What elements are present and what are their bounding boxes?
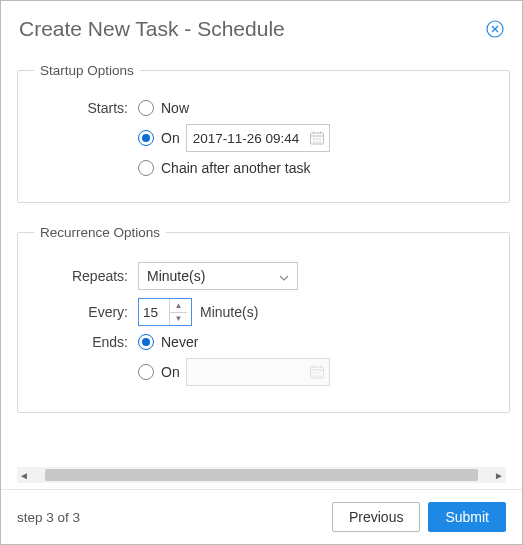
radio-label-never: Never xyxy=(161,334,198,350)
scroll-left-arrow-icon[interactable]: ◄ xyxy=(17,470,31,481)
svg-point-18 xyxy=(313,375,315,377)
dialog-body: Startup Options Starts: Now On xyxy=(1,55,522,465)
radio-label-on: On xyxy=(161,130,180,146)
submit-button[interactable]: Submit xyxy=(428,502,506,532)
calendar-trigger[interactable] xyxy=(305,359,329,385)
horizontal-scrollbar[interactable]: ◄ ► xyxy=(17,467,506,483)
starts-row-chain: Chain after another task xyxy=(34,160,493,176)
footer-buttons: Previous Submit xyxy=(332,502,506,532)
ends-radio-never[interactable]: Never xyxy=(138,334,198,350)
repeats-value: Minute(s) xyxy=(147,268,205,284)
scroll-right-arrow-icon[interactable]: ► xyxy=(492,470,506,481)
starts-radio-on[interactable]: On xyxy=(138,130,180,146)
radio-icon xyxy=(138,334,154,350)
starts-radio-chain[interactable]: Chain after another task xyxy=(138,160,310,176)
starts-row-on: On xyxy=(34,124,493,152)
spinner-up[interactable]: ▲ xyxy=(170,299,187,313)
every-spinner[interactable]: ▲ ▼ xyxy=(138,298,192,326)
ends-label: Ends: xyxy=(34,334,138,350)
ends-row-never: Ends: Never xyxy=(34,334,493,350)
close-button[interactable] xyxy=(486,20,504,38)
radio-icon xyxy=(138,364,154,380)
svg-point-7 xyxy=(319,138,321,140)
start-on-date-field[interactable] xyxy=(186,124,330,152)
svg-point-17 xyxy=(319,372,321,374)
dialog-title: Create New Task - Schedule xyxy=(19,17,285,41)
svg-point-5 xyxy=(313,138,315,140)
calendar-icon xyxy=(309,130,325,146)
step-indicator: step 3 of 3 xyxy=(17,510,80,525)
radio-label-now: Now xyxy=(161,100,189,116)
radio-icon xyxy=(138,130,154,146)
create-task-schedule-dialog: Create New Task - Schedule Startup Optio… xyxy=(0,0,523,545)
radio-icon xyxy=(138,160,154,176)
svg-point-16 xyxy=(316,372,318,374)
scroll-area[interactable]: Startup Options Starts: Now On xyxy=(17,55,516,465)
every-row: Every: ▲ ▼ Minute(s) xyxy=(34,298,493,326)
close-icon xyxy=(486,20,504,38)
start-on-date-input[interactable] xyxy=(187,125,305,151)
spinner-controls: ▲ ▼ xyxy=(169,299,187,325)
every-label: Every: xyxy=(34,304,138,320)
svg-point-19 xyxy=(316,375,318,377)
svg-point-6 xyxy=(316,138,318,140)
dialog-footer: step 3 of 3 Previous Submit xyxy=(1,489,522,544)
calendar-trigger[interactable] xyxy=(305,125,329,151)
dialog-header: Create New Task - Schedule xyxy=(1,1,522,55)
every-unit: Minute(s) xyxy=(200,304,258,320)
svg-point-15 xyxy=(313,372,315,374)
repeats-select[interactable]: Minute(s) xyxy=(138,262,298,290)
recurrence-options-group: Recurrence Options Repeats: Minute(s) Ev… xyxy=(17,225,510,413)
calendar-icon xyxy=(309,364,325,380)
repeats-label: Repeats: xyxy=(34,268,138,284)
ends-radio-on[interactable]: On xyxy=(138,364,180,380)
svg-point-10 xyxy=(319,141,321,143)
svg-point-9 xyxy=(316,141,318,143)
recurrence-options-legend: Recurrence Options xyxy=(34,225,166,240)
starts-label: Starts: xyxy=(34,100,138,116)
spinner-down[interactable]: ▼ xyxy=(170,313,187,326)
end-on-date-field[interactable] xyxy=(186,358,330,386)
radio-label-ends-on: On xyxy=(161,364,180,380)
chevron-down-icon xyxy=(279,268,289,284)
radio-icon xyxy=(138,100,154,116)
every-input[interactable] xyxy=(139,299,169,325)
starts-radio-now[interactable]: Now xyxy=(138,100,189,116)
startup-options-legend: Startup Options xyxy=(34,63,140,78)
startup-options-group: Startup Options Starts: Now On xyxy=(17,63,510,203)
starts-row-now: Starts: Now xyxy=(34,100,493,116)
repeats-row: Repeats: Minute(s) xyxy=(34,262,493,290)
radio-label-chain: Chain after another task xyxy=(161,160,310,176)
previous-button[interactable]: Previous xyxy=(332,502,420,532)
svg-point-8 xyxy=(313,141,315,143)
ends-row-on: On xyxy=(34,358,493,386)
svg-point-20 xyxy=(319,375,321,377)
end-on-date-input[interactable] xyxy=(187,359,305,385)
